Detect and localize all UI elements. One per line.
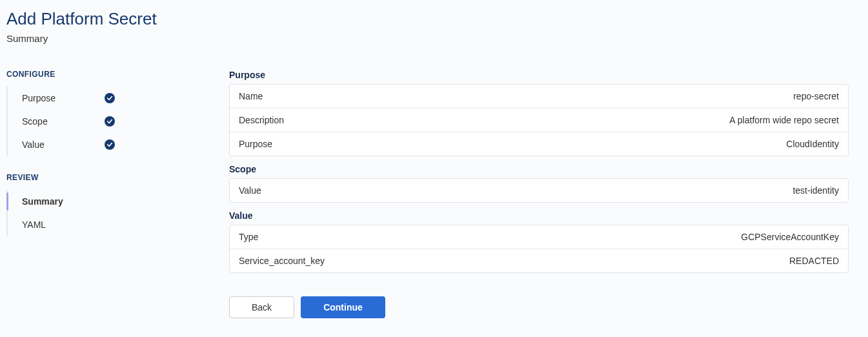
check-icon [105, 116, 115, 127]
sidebar-item-value[interactable]: Value [8, 133, 124, 156]
row-value: REDACTED [789, 256, 839, 266]
table-row: Name repo-secret [230, 85, 848, 108]
table-row: Purpose CloudIdentity [230, 132, 848, 156]
row-label: Service_account_key [239, 256, 325, 266]
table-row: Value test-identity [230, 179, 848, 202]
sidebar-review-label: REVIEW [6, 173, 216, 182]
back-button[interactable]: Back [229, 296, 294, 318]
table-row: Description A platform wide repo secret [230, 108, 848, 132]
row-label: Name [239, 91, 263, 101]
section-value: Type GCPServiceAccountKey Service_accoun… [229, 225, 849, 273]
table-row: Type GCPServiceAccountKey [230, 225, 848, 249]
row-value: repo-secret [793, 91, 839, 101]
sidebar-item-purpose[interactable]: Purpose [8, 87, 124, 110]
sidebar-configure-items: Purpose Scope Value [6, 87, 216, 156]
sidebar-item-scope[interactable]: Scope [8, 110, 124, 133]
sidebar-item-label: Purpose [22, 93, 56, 103]
row-value: test-identity [792, 185, 839, 196]
sidebar: CONFIGURE Purpose Scope Value RE [6, 70, 229, 318]
sidebar-item-summary[interactable]: Summary [8, 190, 124, 213]
sidebar-item-label: Scope [22, 116, 48, 127]
section-heading-scope: Scope [229, 164, 849, 174]
row-value: CloudIdentity [786, 139, 839, 149]
row-label: Value [239, 185, 261, 196]
row-value: GCPServiceAccountKey [741, 232, 839, 242]
button-row: Back Continue [229, 296, 849, 318]
sidebar-configure-label: CONFIGURE [6, 70, 216, 79]
row-value: A platform wide repo secret [729, 115, 839, 125]
row-label: Purpose [239, 139, 272, 149]
sidebar-review-items: Summary YAML [6, 190, 216, 236]
section-purpose: Name repo-secret Description A platform … [229, 84, 849, 156]
check-icon [105, 93, 115, 103]
continue-button[interactable]: Continue [301, 296, 385, 318]
row-label: Type [239, 232, 258, 242]
section-scope: Value test-identity [229, 178, 849, 203]
main-content: Purpose Name repo-secret Description A p… [229, 70, 849, 318]
check-icon [105, 139, 115, 150]
page-subtitle: Summary [6, 33, 862, 44]
section-heading-value: Value [229, 210, 849, 221]
table-row: Service_account_key REDACTED [230, 249, 848, 272]
section-heading-purpose: Purpose [229, 70, 849, 80]
sidebar-item-label: Value [22, 139, 45, 150]
row-label: Description [239, 115, 284, 125]
page-title: Add Platform Secret [6, 9, 862, 29]
sidebar-item-yaml[interactable]: YAML [8, 213, 124, 236]
sidebar-item-label: YAML [22, 220, 46, 230]
sidebar-item-label: Summary [22, 196, 63, 207]
